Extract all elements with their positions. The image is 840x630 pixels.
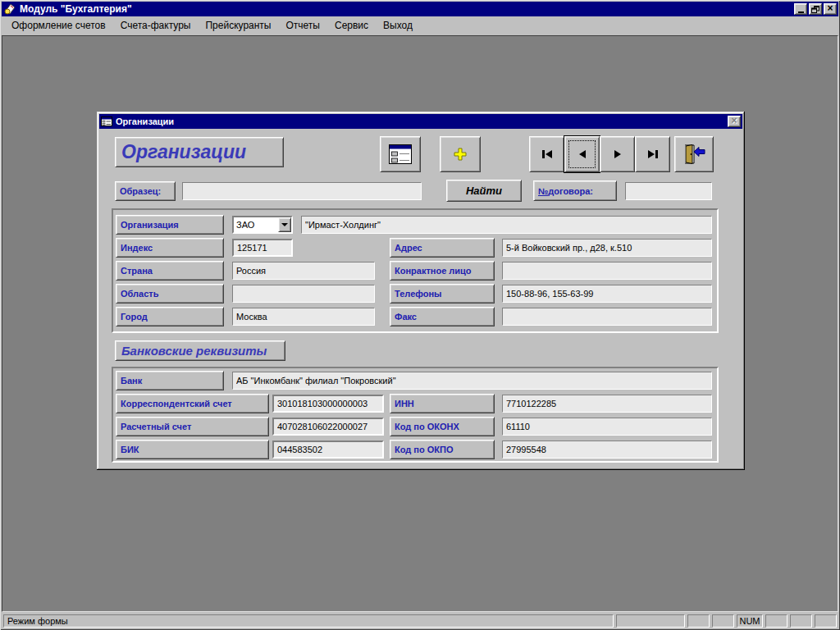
menu-item-scheta-faktury[interactable]: Счета-фактуры	[113, 17, 199, 34]
status-bar: Режим формы NUM	[2, 612, 838, 628]
chevron-down-icon	[281, 223, 288, 226]
last-record-icon	[648, 150, 655, 158]
next-record-icon	[614, 150, 621, 158]
organizations-form-window: Организации × Организации	[97, 112, 745, 470]
index-label: Индекс	[116, 238, 224, 258]
menu-bar: Оформление счетов Счета-фактуры Прейскур…	[2, 16, 838, 35]
status-panel-4	[765, 614, 788, 628]
exit-door-icon	[682, 144, 706, 165]
window-minimize-button[interactable]	[794, 3, 807, 15]
contact-label: Конрактное лицо	[390, 261, 495, 281]
form-heading-box: Организации	[115, 137, 284, 167]
restore-icon	[811, 6, 819, 13]
bank-label: Банк	[116, 371, 224, 390]
bank-section-heading-box: Банковские реквизиты	[115, 340, 285, 361]
minimize-icon	[798, 11, 804, 13]
org-label: Организация	[116, 215, 224, 235]
menu-item-otchety[interactable]: Отчеты	[278, 17, 326, 34]
nav-last-button[interactable]	[635, 136, 670, 172]
inn-label: ИНН	[390, 394, 495, 413]
region-input[interactable]	[232, 285, 375, 303]
fax-label: Факс	[390, 307, 495, 326]
settlement-account-input[interactable]	[272, 418, 384, 436]
sample-input[interactable]	[182, 182, 422, 200]
fax-input[interactable]	[502, 308, 712, 326]
nav-first-button[interactable]	[529, 136, 564, 172]
address-input[interactable]	[502, 239, 712, 257]
menu-item-oformlenie-schetov[interactable]: Оформление счетов	[4, 17, 113, 34]
org-type-value: ЗАО	[236, 220, 254, 230]
exit-button[interactable]	[674, 136, 714, 172]
phones-label: Телефоны	[390, 284, 495, 304]
region-label: Область	[116, 284, 224, 304]
bank-input[interactable]	[232, 372, 712, 390]
index-input[interactable]	[232, 239, 293, 257]
inn-input[interactable]	[502, 395, 712, 413]
workspace: Организации × Организации	[2, 35, 838, 612]
phones-input[interactable]	[502, 285, 712, 303]
status-panel-1	[616, 614, 685, 628]
app-titlebar: Модуль "Бухгалтерия" ×	[2, 2, 838, 16]
first-record-icon-triangle	[546, 150, 552, 158]
first-record-icon	[542, 150, 545, 158]
menu-item-vykhod[interactable]: Выход	[376, 17, 420, 34]
status-message: Режим формы	[3, 614, 614, 628]
form-window-title: Организации	[116, 116, 724, 126]
okonh-label: Код по ОКОНХ	[390, 417, 495, 436]
plus-icon	[453, 147, 468, 162]
form-close-button[interactable]: ×	[728, 116, 741, 127]
contact-input[interactable]	[502, 262, 712, 280]
form-icon	[101, 116, 112, 126]
menu-item-servis[interactable]: Сервис	[327, 17, 376, 34]
combo-dropdown-button[interactable]	[278, 217, 291, 232]
settlement-account-label: Расчетный счет	[116, 417, 269, 436]
country-input[interactable]	[232, 262, 375, 280]
window-restore-button[interactable]	[809, 3, 822, 15]
org-type-combo[interactable]: ЗАО	[232, 216, 293, 234]
form-titlebar: Организации ×	[99, 114, 742, 129]
app-title: Модуль "Бухгалтерия"	[20, 3, 791, 15]
form-view-icon	[388, 144, 413, 165]
country-label: Страна	[116, 261, 224, 281]
form-close-icon: ×	[731, 116, 737, 126]
address-label: Адрес	[390, 238, 495, 258]
bank-section-heading: Банковские реквизиты	[121, 344, 267, 358]
form-view-button[interactable]	[380, 136, 421, 172]
status-panel-2	[687, 614, 710, 628]
nav-prev-button[interactable]	[564, 136, 600, 172]
okonh-input[interactable]	[502, 418, 712, 436]
okpo-label: Код по ОКПО	[390, 440, 495, 459]
contract-number-sign: №	[538, 186, 548, 196]
bik-input[interactable]	[272, 441, 384, 459]
org-name-input[interactable]	[301, 216, 712, 234]
nav-next-button[interactable]	[600, 136, 635, 172]
city-label: Город	[116, 307, 224, 326]
bik-label: БИК	[116, 440, 269, 459]
find-button[interactable]: Найти	[446, 180, 522, 202]
app-window: Модуль "Бухгалтерия" × Оформление счетов…	[0, 0, 840, 630]
status-panel-6	[815, 614, 837, 628]
prev-record-icon	[579, 150, 586, 158]
corr-account-input[interactable]	[272, 395, 384, 413]
close-icon: ×	[827, 3, 833, 13]
status-num-indicator: NUM	[737, 614, 763, 628]
form-heading: Организации	[121, 141, 246, 163]
corr-account-label: Корреспондентский счет	[116, 394, 269, 413]
contract-number-text: договора:	[548, 186, 593, 196]
sample-label: Образец:	[115, 181, 176, 201]
menu-item-preiskuranty[interactable]: Прейскуранты	[198, 17, 278, 34]
contract-number-label: № договора:	[533, 180, 617, 201]
form-body: Организации	[99, 129, 742, 468]
status-panel-3	[712, 614, 734, 628]
app-icon	[3, 2, 16, 16]
add-record-button[interactable]	[440, 136, 481, 172]
okpo-input[interactable]	[502, 441, 712, 459]
status-panel-5	[790, 614, 812, 628]
last-record-icon-bar	[655, 150, 658, 158]
window-close-button[interactable]: ×	[824, 3, 837, 15]
city-input[interactable]	[232, 308, 375, 326]
contract-number-input[interactable]	[625, 182, 712, 200]
